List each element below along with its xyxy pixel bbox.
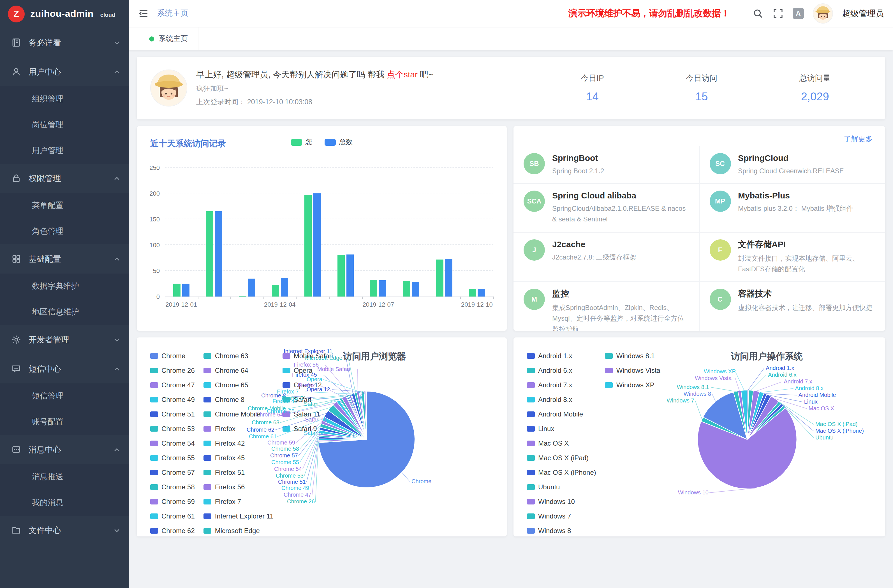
- legend-item[interactable]: Windows Vista: [605, 367, 660, 374]
- legend-item[interactable]: Chrome 54: [150, 439, 195, 447]
- sidebar-item-file-center[interactable]: 文件中心: [0, 516, 129, 545]
- app-title: zuihou-admin: [30, 8, 94, 20]
- legend-item[interactable]: Chrome 26: [150, 367, 195, 374]
- user-avatar[interactable]: [813, 3, 833, 24]
- sidebar-item-sms-center[interactable]: 短信中心: [0, 354, 129, 383]
- legend-item[interactable]: Windows XP: [605, 381, 660, 389]
- sidebar-item-permission[interactable]: 权限管理: [0, 164, 129, 193]
- legend-item[interactable]: Chrome 8: [204, 396, 274, 404]
- learn-more-link[interactable]: 了解更多: [844, 134, 873, 144]
- fullscreen-icon[interactable]: [773, 8, 784, 19]
- legend-item[interactable]: Chrome 51: [150, 410, 195, 418]
- pie-label-line: [735, 371, 744, 390]
- legend-item[interactable]: Chrome 47: [150, 381, 195, 389]
- font-size-icon[interactable]: A: [793, 8, 804, 19]
- legend-item[interactable]: Android 8.x: [527, 396, 596, 404]
- sidebar-subitem[interactable]: 我的消息: [0, 490, 129, 516]
- legend-label: Firefox 42: [215, 439, 245, 447]
- pie-slice-Android 6.x: [747, 390, 753, 439]
- legend-item[interactable]: Internet Explorer 11: [204, 512, 274, 520]
- app-logo[interactable]: Z zuihou-admin cloud: [0, 0, 129, 28]
- legend-item[interactable]: Chrome 64: [204, 367, 274, 374]
- pie-slice-Mobile Safari: [357, 392, 367, 439]
- sidebar-item-user-center[interactable]: 用户中心: [0, 57, 129, 86]
- sidebar-subitem[interactable]: 组织管理: [0, 86, 129, 112]
- legend-item[interactable]: Firefox: [204, 425, 274, 433]
- sidebar-subitem[interactable]: 地区信息维护: [0, 299, 129, 325]
- legend-item[interactable]: Android 6.x: [527, 367, 596, 374]
- sidebar-subitem[interactable]: 消息推送: [0, 464, 129, 490]
- sidebar-subitem[interactable]: 岗位管理: [0, 112, 129, 138]
- tech-item[interactable]: JJ2cacheJ2cache2.7.8: 二级缓存框架: [514, 232, 699, 282]
- star-link[interactable]: 点个star: [387, 69, 418, 79]
- legend-item[interactable]: Windows 8: [527, 527, 596, 535]
- legend-item[interactable]: 您: [291, 137, 312, 147]
- legend-item[interactable]: Chrome 49: [150, 396, 195, 404]
- legend-item[interactable]: Chrome Mobile: [204, 410, 274, 418]
- pie-label: Android 8.x: [795, 385, 824, 391]
- legend-item[interactable]: Android Mobile: [527, 410, 596, 418]
- username[interactable]: 超级管理员: [842, 8, 884, 19]
- legend-item[interactable]: Chrome 57: [150, 469, 195, 477]
- sidebar-collapse-icon[interactable]: [138, 8, 149, 19]
- sidebar-subitem[interactable]: 角色管理: [0, 219, 129, 244]
- sidebar-item-developer[interactable]: 开发者管理: [0, 325, 129, 354]
- legend-item[interactable]: Safari: [283, 396, 333, 404]
- tech-item[interactable]: F文件存储API封装文件接口，实现本地存储、阿里云、FastDFS存储的配置化: [699, 232, 885, 282]
- legend-item[interactable]: Chrome 55: [150, 454, 195, 462]
- legend-item[interactable]: 总数: [325, 137, 353, 147]
- legend-item[interactable]: Android 7.x: [527, 381, 596, 389]
- legend-item[interactable]: Chrome 65: [204, 381, 274, 389]
- page-content: 早上好, 超级管理员, 今天帮别人解决问题了吗 帮我 点个star 吧~ 疯狂加…: [129, 50, 893, 588]
- legend-item[interactable]: Safari 11: [283, 410, 333, 418]
- legend-item[interactable]: Chrome 61: [150, 512, 195, 520]
- tab-home[interactable]: 系统主页: [139, 27, 198, 50]
- legend-item[interactable]: Firefox 51: [204, 469, 274, 477]
- bar-legend: 您总数: [137, 137, 507, 147]
- legend-item[interactable]: Opera 12: [283, 381, 333, 389]
- legend-item[interactable]: Windows 7: [527, 512, 596, 520]
- legend-item[interactable]: Safari 9: [283, 425, 333, 433]
- tech-item[interactable]: SBSpringBootSpring Boot 2.1.2: [514, 146, 699, 184]
- breadcrumb[interactable]: 系统主页: [157, 8, 188, 18]
- sidebar-item-must-read[interactable]: 务必详看: [0, 28, 129, 57]
- legend-item[interactable]: Linux: [527, 425, 596, 433]
- legend-item[interactable]: Mac OS X (iPhone): [527, 469, 596, 477]
- tech-avatar: SC: [710, 153, 731, 174]
- sidebar-item-basic-config[interactable]: 基础配置: [0, 244, 129, 274]
- legend-item[interactable]: Opera: [283, 367, 333, 374]
- legend-item[interactable]: Microsoft Edge: [204, 527, 274, 535]
- legend-item[interactable]: Chrome 59: [150, 498, 195, 505]
- tech-item-desc: 封装文件接口，实现本地存储、阿里云、FastDFS存储的配置化: [738, 253, 875, 275]
- legend-item[interactable]: Mac OS X (iPad): [527, 454, 596, 462]
- legend-item[interactable]: Windows 10: [527, 498, 596, 505]
- legend-item[interactable]: Mobile Safari: [283, 352, 333, 360]
- legend-item[interactable]: Ubuntu: [527, 483, 596, 491]
- sidebar-item-message-center[interactable]: 消息中心: [0, 435, 129, 464]
- tech-item[interactable]: SCASpring Cloud alibabaSpringCloudAlibab…: [514, 184, 699, 232]
- legend-item[interactable]: Firefox 7: [204, 498, 274, 505]
- app-window: Z zuihou-admin cloud 务必详看用户中心组织管理岗位管理用户管…: [0, 0, 893, 588]
- legend-item[interactable]: Android 1.x: [527, 352, 596, 360]
- legend-item[interactable]: Chrome 63: [204, 352, 274, 360]
- tech-item[interactable]: M监控集成SpringBootAdmin、Zipkin、Redis、Mysql、…: [514, 282, 699, 331]
- legend-item[interactable]: Chrome 58: [150, 483, 195, 491]
- tech-item[interactable]: MPMybatis-PlusMybatis-plus 3.2.0： Mybati…: [699, 184, 885, 232]
- legend-item[interactable]: Chrome 62: [150, 527, 195, 535]
- legend-item[interactable]: Firefox 56: [204, 483, 274, 491]
- sidebar-subitem[interactable]: 用户管理: [0, 138, 129, 164]
- legend-item[interactable]: Firefox 42: [204, 439, 274, 447]
- legend-item[interactable]: Windows 8.1: [605, 352, 660, 360]
- sidebar-subitem[interactable]: 短信管理: [0, 383, 129, 409]
- sidebar-subitem[interactable]: 账号配置: [0, 409, 129, 435]
- pie-label: Windows 7: [666, 397, 694, 404]
- legend-item[interactable]: Chrome: [150, 352, 195, 360]
- tech-item[interactable]: SCSpringCloudSpring Cloud Greenwich.RELE…: [699, 146, 885, 184]
- sidebar-subitem[interactable]: 数据字典维护: [0, 274, 129, 299]
- legend-item[interactable]: Mac OS X: [527, 439, 596, 447]
- tech-item[interactable]: C容器技术虚拟化容器技术，让迁移、部署更加方便快捷: [699, 282, 885, 331]
- search-icon[interactable]: [752, 8, 764, 19]
- legend-item[interactable]: Firefox 45: [204, 454, 274, 462]
- sidebar-subitem[interactable]: 菜单配置: [0, 193, 129, 219]
- legend-item[interactable]: Chrome 53: [150, 425, 195, 433]
